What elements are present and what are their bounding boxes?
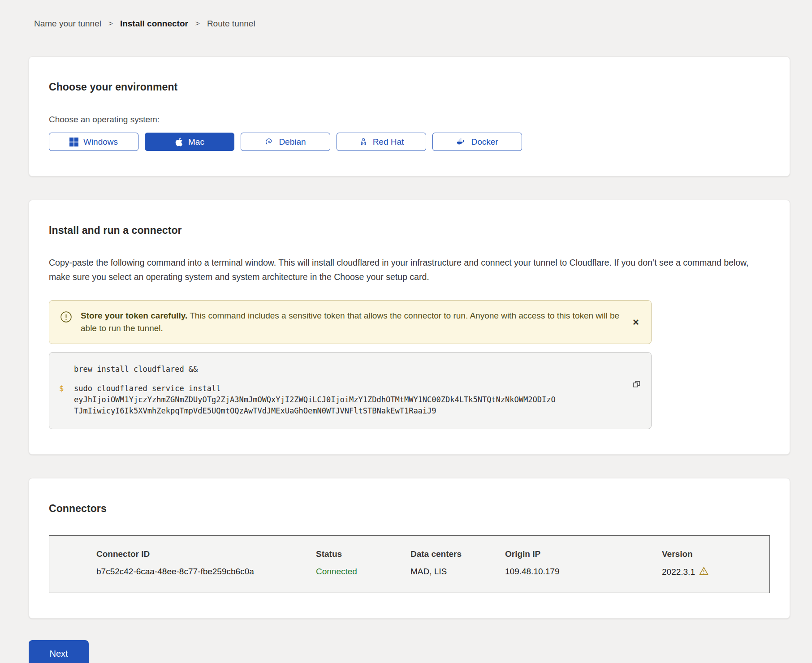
shell-prompt: $ bbox=[59, 383, 74, 417]
table-row: b7c52c42-6caa-48ee-8c77-fbe259cb6c0a Con… bbox=[49, 567, 769, 577]
breadcrumb-step-name-your-tunnel[interactable]: Name your tunnel bbox=[34, 19, 101, 29]
header-data-centers: Data centers bbox=[410, 549, 505, 559]
version-warning-triangle-icon[interactable] bbox=[699, 567, 708, 577]
breadcrumb: Name your tunnel > Install connector > R… bbox=[29, 19, 790, 29]
os-button-mac[interactable]: Mac bbox=[145, 133, 234, 151]
status-badge: Connected bbox=[316, 567, 410, 577]
install-command-code-block: brew install cloudflared && $ sudo cloud… bbox=[49, 352, 652, 429]
os-button-label: Mac bbox=[188, 137, 204, 147]
os-button-windows[interactable]: Windows bbox=[49, 133, 138, 151]
install-connector-card: Install and run a connector Copy-paste t… bbox=[29, 200, 790, 455]
apple-icon bbox=[175, 137, 183, 147]
os-button-debian[interactable]: Debian bbox=[241, 133, 330, 151]
copy-icon bbox=[632, 383, 641, 390]
cloudflared-service-install-command: sudo cloudflared service install eyJhIjo… bbox=[74, 383, 556, 417]
cell-data-centers: MAD, LIS bbox=[410, 567, 505, 577]
os-button-docker[interactable]: Docker bbox=[432, 133, 522, 151]
code-line: $ sudo cloudflared service install eyJhI… bbox=[59, 383, 615, 417]
choose-environment-card: Choose your environment Choose an operat… bbox=[29, 56, 790, 177]
brew-install-command: brew install cloudflared && bbox=[74, 364, 198, 375]
header-origin-ip: Origin IP bbox=[505, 549, 662, 559]
next-button[interactable]: Next bbox=[29, 640, 89, 663]
debian-swirl-icon bbox=[265, 138, 274, 146]
header-version: Version bbox=[662, 549, 760, 559]
windows-icon bbox=[69, 138, 78, 146]
alert-circle-icon bbox=[60, 311, 72, 335]
shell-prompt-spacer bbox=[59, 364, 74, 375]
version-value: 2022.3.1 bbox=[662, 567, 695, 577]
breadcrumb-separator-icon: > bbox=[108, 19, 113, 28]
os-button-label: Debian bbox=[279, 137, 306, 147]
page: Name your tunnel > Install connector > R… bbox=[0, 0, 812, 663]
environment-card-title: Choose your environment bbox=[49, 81, 770, 93]
dismiss-warning-button[interactable]: ✕ bbox=[631, 316, 641, 328]
token-warning-banner: Store your token carefully. This command… bbox=[49, 300, 652, 344]
cell-origin-ip: 109.48.10.179 bbox=[505, 567, 662, 577]
breadcrumb-step-install-connector[interactable]: Install connector bbox=[120, 19, 188, 29]
copy-command-button[interactable] bbox=[631, 379, 642, 390]
install-card-title: Install and run a connector bbox=[49, 224, 770, 237]
connectors-card-title: Connectors bbox=[49, 503, 770, 515]
warning-text: Store your token carefully. This command… bbox=[81, 310, 620, 335]
os-button-redhat[interactable]: Red Hat bbox=[337, 133, 426, 151]
cell-connector-id: b7c52c42-6caa-48ee-8c77-fbe259cb6c0a bbox=[96, 567, 316, 577]
code-line: brew install cloudflared && bbox=[59, 364, 615, 375]
os-button-label: Red Hat bbox=[373, 137, 404, 147]
cell-version: 2022.3.1 bbox=[662, 567, 760, 577]
os-button-group: Windows Mac Debian bbox=[49, 133, 770, 151]
breadcrumb-step-route-tunnel: Route tunnel bbox=[207, 19, 255, 29]
connectors-table: Connector ID Status Data centers Origin … bbox=[49, 535, 770, 593]
os-button-label: Windows bbox=[83, 137, 118, 147]
docker-whale-icon bbox=[456, 137, 466, 147]
tux-penguin-icon bbox=[359, 137, 368, 147]
breadcrumb-separator-icon: > bbox=[195, 19, 200, 28]
header-connector-id: Connector ID bbox=[96, 549, 316, 559]
install-instructions: Copy-paste the following command into a … bbox=[49, 255, 770, 284]
os-select-label: Choose an operating system: bbox=[49, 115, 770, 125]
os-button-label: Docker bbox=[471, 137, 498, 147]
table-header-row: Connector ID Status Data centers Origin … bbox=[49, 549, 769, 559]
close-icon: ✕ bbox=[632, 318, 639, 327]
connectors-card: Connectors Connector ID Status Data cent… bbox=[29, 478, 790, 619]
warning-title: Store your token carefully. bbox=[81, 311, 187, 320]
header-status: Status bbox=[316, 549, 410, 559]
